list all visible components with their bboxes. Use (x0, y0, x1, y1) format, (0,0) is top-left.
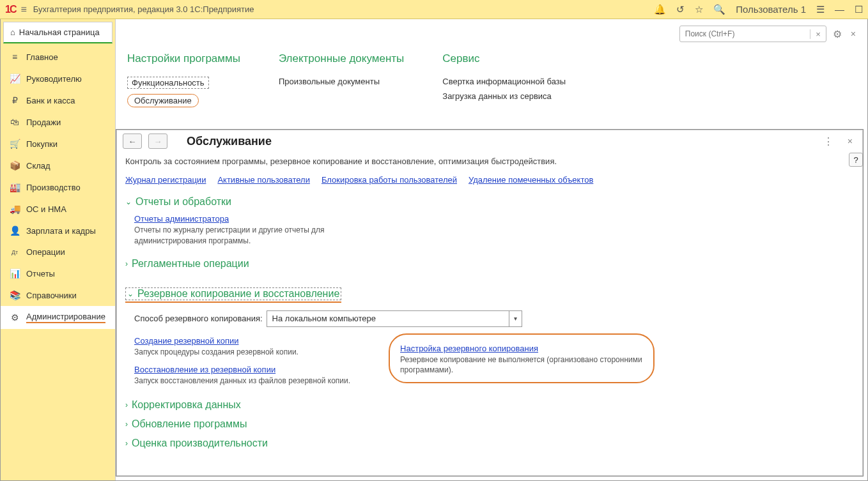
star-icon[interactable]: ☆ (695, 4, 703, 15)
link-active-users[interactable]: Активные пользователи (217, 175, 310, 185)
section-data-correction[interactable]: ›Корректировка данных (125, 399, 854, 411)
books-icon: 📚 (10, 290, 20, 300)
chevron-right-icon: › (125, 439, 128, 448)
section-scheduled[interactable]: ›Регламентные операции (125, 258, 854, 270)
subwindow-description: Контроль за состоянием программы, резерв… (125, 157, 854, 166)
clear-icon[interactable]: × (810, 29, 826, 39)
sidebar-item-production[interactable]: 🏭Производство (1, 176, 115, 198)
link-delete-marked[interactable]: Удаление помеченных объектов (469, 175, 593, 185)
backup-method-label: Способ резервного копирования: (134, 314, 263, 323)
col-head-settings: Настройки программы (127, 52, 240, 65)
help-button[interactable]: ? (849, 153, 863, 167)
search-icon[interactable]: 🔍 (713, 4, 725, 15)
sidebar-item-warehouse[interactable]: 📦Склад (1, 155, 115, 176)
dropdown-icon[interactable]: ▾ (509, 311, 522, 326)
subwindow-title: Обслуживание (187, 135, 272, 148)
person-icon: 👤 (10, 225, 20, 236)
filter-icon[interactable]: ☰ (816, 4, 825, 15)
backup-settings-desc: Резервное копирование не выполняется (ор… (400, 355, 643, 376)
bars-icon: 📊 (10, 268, 20, 279)
sidebar-item-purchases[interactable]: 🛒Покупки (1, 133, 115, 155)
section-update[interactable]: ›Обновление программы (125, 418, 854, 430)
col-head-service: Сервис (442, 52, 566, 65)
link-db-compress[interactable]: Свертка информационной базы (442, 74, 566, 89)
nav-back-button[interactable]: ← (123, 134, 142, 149)
link-arbitrary-docs[interactable]: Произвольные документы (279, 74, 404, 89)
history-icon[interactable]: ↺ (676, 4, 685, 15)
chevron-right-icon: › (125, 420, 128, 429)
app-title: Бухгалтерия предприятия, редакция 3.0 1С… (33, 4, 654, 14)
sidebar-item-manager[interactable]: 📈Руководителю (1, 68, 115, 89)
nav-forward-button: → (148, 134, 167, 149)
search-input[interactable] (680, 29, 810, 38)
link-functionality[interactable]: Функциональность (127, 74, 240, 91)
sidebar-item-operations[interactable]: ДтОперации (1, 241, 115, 263)
backup-method-select[interactable]: На локальном компьютере ▾ (267, 310, 522, 327)
sidebar-item-sales[interactable]: 🛍Продажи (1, 111, 115, 133)
sidebar-item-hr[interactable]: 👤Зарплата и кадры (1, 220, 115, 241)
maintenance-subwindow: ← → Обслуживание ⋮ × ? Контроль за состо… (116, 129, 864, 477)
section-performance[interactable]: ›Оценка производительности (125, 438, 854, 449)
sidebar-item-catalogs[interactable]: 📚Справочники (1, 284, 115, 306)
section-reports[interactable]: ⌄Отчеты и обработки (125, 196, 854, 208)
search-input-box[interactable]: × (679, 26, 826, 42)
backup-settings-highlight: Настройка резервного копирования Резервн… (389, 333, 655, 384)
link-create-backup[interactable]: Создание резервной копии (134, 336, 239, 346)
main-area: × ⚙ × Настройки программы Функциональнос… (116, 19, 867, 480)
bag-icon: 🛍 (10, 117, 20, 127)
maximize-icon[interactable]: ☐ (855, 4, 863, 15)
col-head-edocs: Электронные документы (279, 52, 404, 65)
box-icon: 📦 (10, 160, 20, 171)
sidebar-item-bank[interactable]: ₽Банк и касса (1, 89, 115, 111)
cart-icon: 🛒 (10, 139, 20, 149)
home-icon: ⌂ (10, 27, 15, 37)
chevron-right-icon: › (125, 259, 128, 268)
minimize-icon[interactable]: — (835, 4, 844, 15)
admin-reports-desc: Отчеты по журналу регистрации и другие о… (134, 225, 377, 247)
close-subwindow-icon[interactable]: × (844, 136, 856, 146)
logo-1c: 1C (5, 4, 15, 15)
close-icon[interactable]: × (848, 29, 858, 39)
backup-method-value: На локальном компьютере (267, 311, 509, 326)
chevron-right-icon: › (125, 401, 128, 409)
gear-icon: ⚙ (10, 312, 20, 323)
link-data-load[interactable]: Загрузка данных из сервиса (442, 89, 566, 103)
sidebar-item-main[interactable]: ≡Главное (1, 46, 115, 68)
titlebar: 1C ≡ Бухгалтерия предприятия, редакция 3… (0, 0, 868, 19)
settings-columns: Настройки программы Функциональность Обс… (116, 42, 867, 110)
start-page-tab[interactable]: ⌂ Начальная страница (3, 22, 112, 43)
link-admin-reports[interactable]: Отчеты администратора (134, 214, 229, 224)
settings-icon[interactable]: ⚙ (830, 28, 844, 40)
menu-icon: ≡ (10, 52, 20, 62)
menu-icon[interactable]: ≡ (20, 4, 26, 15)
chevron-down-icon: ⌄ (125, 197, 132, 206)
sidebar-item-reports[interactable]: 📊Отчеты (1, 263, 115, 284)
ruble-icon: ₽ (10, 95, 20, 105)
dtkt-icon: Дт (10, 249, 20, 256)
sidebar-item-assets[interactable]: 🚚ОС и НМА (1, 198, 115, 220)
create-backup-desc: Запуск процедуры создания резервной копи… (134, 347, 350, 358)
start-page-label: Начальная страница (19, 27, 100, 37)
user-label[interactable]: Пользователь 1 (736, 4, 806, 15)
chart-icon: 📈 (10, 73, 20, 84)
truck-icon: 🚚 (10, 204, 20, 214)
link-maintenance[interactable]: Обслуживание (127, 91, 240, 110)
factory-icon: 🏭 (10, 182, 20, 192)
more-icon[interactable]: ⋮ (819, 135, 837, 148)
link-block-users[interactable]: Блокировка работы пользователей (322, 175, 457, 185)
link-event-log[interactable]: Журнал регистрации (125, 175, 206, 185)
sidebar: ⌂ Начальная страница ≡Главное 📈Руководит… (1, 19, 116, 480)
section-backup[interactable]: ⌄Резервное копирование и восстановление (125, 287, 341, 303)
chevron-down-icon: ⌄ (127, 289, 134, 298)
restore-backup-desc: Запуск восстановления данных из файлов р… (134, 376, 350, 386)
bell-icon[interactable]: 🔔 (654, 4, 666, 15)
link-restore-backup[interactable]: Восстановление из резервной копии (134, 365, 275, 374)
sidebar-item-admin[interactable]: ⚙Администрирование (1, 306, 115, 329)
link-backup-settings[interactable]: Настройка резервного копирования (400, 344, 538, 353)
